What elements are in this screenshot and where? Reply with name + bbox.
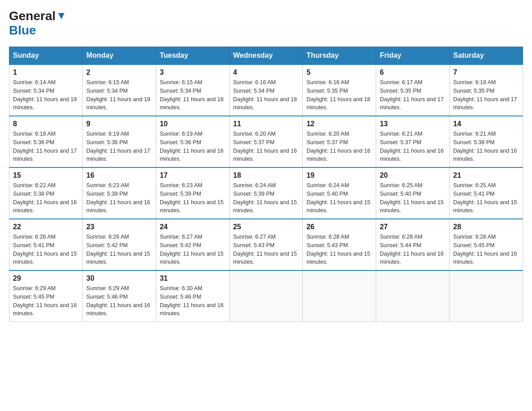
- day-number: 14: [453, 120, 519, 128]
- day-info: Sunrise: 6:23 AMSunset: 5:39 PMDaylight:…: [86, 181, 152, 215]
- day-info: Sunrise: 6:24 AMSunset: 5:39 PMDaylight:…: [233, 181, 299, 215]
- calendar-day-cell: 25Sunrise: 6:27 AMSunset: 5:43 PMDayligh…: [229, 219, 303, 270]
- day-number: 31: [160, 274, 226, 283]
- calendar-day-cell: 11Sunrise: 6:20 AMSunset: 5:37 PMDayligh…: [229, 116, 303, 167]
- day-info: Sunrise: 6:27 AMSunset: 5:42 PMDaylight:…: [160, 233, 226, 266]
- calendar-day-cell: 6Sunrise: 6:17 AMSunset: 5:35 PMDaylight…: [376, 64, 450, 116]
- day-number: 28: [453, 223, 519, 231]
- calendar-day-cell: 20Sunrise: 6:25 AMSunset: 5:40 PMDayligh…: [376, 167, 450, 219]
- day-number: 1: [13, 68, 79, 77]
- calendar-week-row: 15Sunrise: 6:22 AMSunset: 5:38 PMDayligh…: [9, 167, 523, 219]
- day-number: 18: [233, 171, 299, 180]
- day-info: Sunrise: 6:26 AMSunset: 5:42 PMDaylight:…: [86, 233, 152, 266]
- calendar-day-cell: 15Sunrise: 6:22 AMSunset: 5:38 PMDayligh…: [9, 167, 83, 219]
- logo: General Blue: [9, 9, 66, 38]
- day-info: Sunrise: 6:20 AMSunset: 5:37 PMDaylight:…: [233, 130, 299, 163]
- calendar-week-row: 29Sunrise: 6:29 AMSunset: 5:45 PMDayligh…: [9, 270, 523, 322]
- calendar-day-cell: 27Sunrise: 6:28 AMSunset: 5:44 PMDayligh…: [376, 219, 450, 270]
- day-info: Sunrise: 6:28 AMSunset: 5:44 PMDaylight:…: [380, 233, 446, 266]
- day-info: Sunrise: 6:15 AMSunset: 5:34 PMDaylight:…: [160, 78, 226, 112]
- calendar-day-cell: 3Sunrise: 6:15 AMSunset: 5:34 PMDaylight…: [156, 64, 229, 116]
- calendar-week-row: 1Sunrise: 6:14 AMSunset: 5:34 PMDaylight…: [9, 64, 523, 116]
- day-info: Sunrise: 6:21 AMSunset: 5:38 PMDaylight:…: [453, 130, 519, 163]
- calendar-day-header: Monday: [82, 47, 156, 65]
- day-info: Sunrise: 6:19 AMSunset: 5:36 PMDaylight:…: [86, 130, 152, 163]
- calendar-day-cell: 1Sunrise: 6:14 AMSunset: 5:34 PMDaylight…: [9, 64, 83, 116]
- calendar-day-cell: 4Sunrise: 6:16 AMSunset: 5:34 PMDaylight…: [229, 64, 303, 116]
- day-number: 8: [13, 120, 79, 128]
- calendar-day-cell: 18Sunrise: 6:24 AMSunset: 5:39 PMDayligh…: [229, 167, 303, 219]
- day-number: 20: [380, 171, 446, 180]
- calendar-day-cell: 21Sunrise: 6:25 AMSunset: 5:41 PMDayligh…: [450, 167, 523, 219]
- calendar-day-cell: 26Sunrise: 6:28 AMSunset: 5:43 PMDayligh…: [303, 219, 376, 270]
- day-number: 24: [160, 223, 226, 231]
- logo-blue: Blue: [9, 23, 36, 37]
- calendar-day-cell: 7Sunrise: 6:18 AMSunset: 5:35 PMDaylight…: [450, 64, 523, 116]
- calendar-day-cell: 13Sunrise: 6:21 AMSunset: 5:37 PMDayligh…: [376, 116, 450, 167]
- day-number: 7: [453, 68, 519, 77]
- calendar-day-cell: 14Sunrise: 6:21 AMSunset: 5:38 PMDayligh…: [450, 116, 523, 167]
- calendar-day-cell: 24Sunrise: 6:27 AMSunset: 5:42 PMDayligh…: [156, 219, 229, 270]
- calendar-day-cell: 23Sunrise: 6:26 AMSunset: 5:42 PMDayligh…: [82, 219, 156, 270]
- day-info: Sunrise: 6:14 AMSunset: 5:34 PMDaylight:…: [13, 78, 79, 112]
- day-number: 22: [13, 223, 79, 231]
- day-info: Sunrise: 6:15 AMSunset: 5:34 PMDaylight:…: [86, 78, 152, 112]
- calendar-day-cell: 10Sunrise: 6:19 AMSunset: 5:36 PMDayligh…: [156, 116, 229, 167]
- calendar-day-cell: 22Sunrise: 6:26 AMSunset: 5:41 PMDayligh…: [9, 219, 83, 270]
- calendar-week-row: 22Sunrise: 6:26 AMSunset: 5:41 PMDayligh…: [9, 219, 523, 270]
- day-info: Sunrise: 6:26 AMSunset: 5:41 PMDaylight:…: [13, 233, 79, 266]
- day-info: Sunrise: 6:25 AMSunset: 5:40 PMDaylight:…: [380, 181, 446, 215]
- day-number: 25: [233, 223, 299, 231]
- calendar-day-cell: 17Sunrise: 6:23 AMSunset: 5:39 PMDayligh…: [156, 167, 229, 219]
- calendar-day-cell: 31Sunrise: 6:30 AMSunset: 5:46 PMDayligh…: [156, 270, 229, 322]
- calendar-day-header: Friday: [376, 47, 450, 65]
- day-info: Sunrise: 6:16 AMSunset: 5:35 PMDaylight:…: [306, 78, 372, 112]
- calendar-day-cell: 29Sunrise: 6:29 AMSunset: 5:45 PMDayligh…: [9, 270, 83, 322]
- day-info: Sunrise: 6:18 AMSunset: 5:35 PMDaylight:…: [453, 78, 519, 112]
- day-number: 15: [13, 171, 79, 180]
- calendar-day-cell: 5Sunrise: 6:16 AMSunset: 5:35 PMDaylight…: [303, 64, 376, 116]
- day-number: 3: [160, 68, 226, 77]
- day-number: 2: [86, 68, 152, 77]
- day-number: 9: [86, 120, 152, 128]
- calendar-day-header: Sunday: [9, 47, 83, 65]
- calendar-day-cell: 19Sunrise: 6:24 AMSunset: 5:40 PMDayligh…: [303, 167, 376, 219]
- calendar-day-cell: 8Sunrise: 6:18 AMSunset: 5:36 PMDaylight…: [9, 116, 83, 167]
- day-number: 10: [160, 120, 226, 128]
- day-info: Sunrise: 6:21 AMSunset: 5:37 PMDaylight:…: [380, 130, 446, 163]
- day-number: 27: [380, 223, 446, 231]
- calendar-day-header: Saturday: [450, 47, 523, 65]
- calendar-week-row: 8Sunrise: 6:18 AMSunset: 5:36 PMDaylight…: [9, 116, 523, 167]
- calendar-day-header: Tuesday: [156, 47, 229, 65]
- logo-general: General: [9, 9, 56, 23]
- calendar-day-cell: [229, 270, 303, 322]
- calendar-day-cell: 30Sunrise: 6:29 AMSunset: 5:46 PMDayligh…: [82, 270, 156, 322]
- day-info: Sunrise: 6:29 AMSunset: 5:45 PMDaylight:…: [13, 284, 79, 318]
- day-number: 23: [86, 223, 152, 231]
- svg-marker-0: [58, 13, 64, 19]
- calendar-day-cell: 2Sunrise: 6:15 AMSunset: 5:34 PMDaylight…: [82, 64, 156, 116]
- calendar-day-cell: 9Sunrise: 6:19 AMSunset: 5:36 PMDaylight…: [82, 116, 156, 167]
- logo-arrow-icon: [56, 11, 66, 21]
- day-info: Sunrise: 6:30 AMSunset: 5:46 PMDaylight:…: [160, 284, 226, 318]
- day-number: 29: [13, 274, 79, 283]
- day-number: 17: [160, 171, 226, 180]
- day-number: 12: [306, 120, 372, 128]
- calendar-day-header: Wednesday: [229, 47, 303, 65]
- day-info: Sunrise: 6:16 AMSunset: 5:34 PMDaylight:…: [233, 78, 299, 112]
- day-info: Sunrise: 6:20 AMSunset: 5:37 PMDaylight:…: [306, 130, 372, 163]
- day-info: Sunrise: 6:28 AMSunset: 5:43 PMDaylight:…: [306, 233, 372, 266]
- day-info: Sunrise: 6:25 AMSunset: 5:41 PMDaylight:…: [453, 181, 519, 215]
- day-info: Sunrise: 6:19 AMSunset: 5:36 PMDaylight:…: [160, 130, 226, 163]
- day-number: 16: [86, 171, 152, 180]
- calendar-table: SundayMondayTuesdayWednesdayThursdayFrid…: [9, 47, 523, 322]
- day-info: Sunrise: 6:28 AMSunset: 5:45 PMDaylight:…: [453, 233, 519, 266]
- day-number: 30: [86, 274, 152, 283]
- day-number: 5: [306, 68, 372, 77]
- calendar-day-cell: 12Sunrise: 6:20 AMSunset: 5:37 PMDayligh…: [303, 116, 376, 167]
- day-info: Sunrise: 6:17 AMSunset: 5:35 PMDaylight:…: [380, 78, 446, 112]
- day-number: 11: [233, 120, 299, 128]
- day-info: Sunrise: 6:22 AMSunset: 5:38 PMDaylight:…: [13, 181, 79, 215]
- calendar-day-header: Thursday: [303, 47, 376, 65]
- calendar-day-cell: 16Sunrise: 6:23 AMSunset: 5:39 PMDayligh…: [82, 167, 156, 219]
